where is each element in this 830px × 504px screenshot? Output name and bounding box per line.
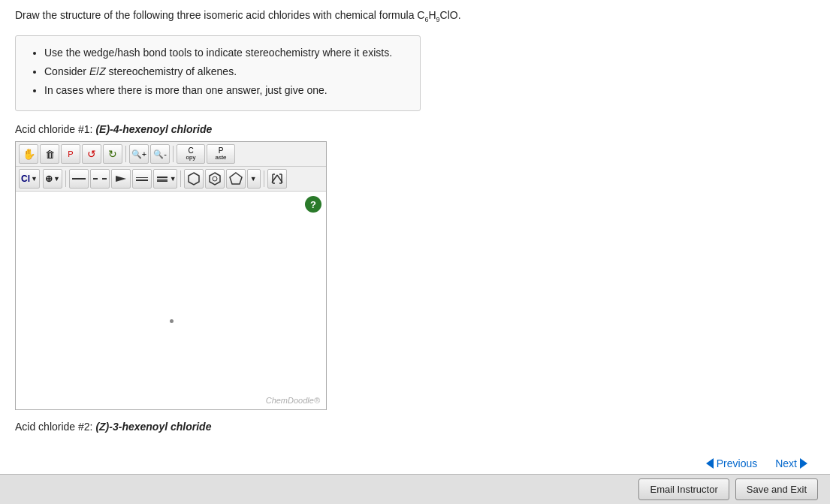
zoom-in-tool[interactable]: 🔍+ <box>129 144 149 164</box>
acid2-name: (Z)-3-hexenoyl chloride <box>95 421 211 433</box>
element-label: Cl <box>21 174 30 184</box>
wedge-bond-icon <box>116 176 126 182</box>
acid1-name: (E)-4-hexenoyl chloride <box>95 123 212 135</box>
instruction-text: Draw the structure of the following thre… <box>15 9 424 21</box>
lasso-tool[interactable]: P <box>61 144 80 164</box>
toolbar-row2: Cl ▼ ⊕ ▼ <box>16 167 326 192</box>
instruction-item-2: Consider E/Z stereochemistry of alkenes. <box>44 64 406 80</box>
svg-marker-1 <box>210 173 220 185</box>
dashed-bond-icon <box>93 178 107 180</box>
chain-separator <box>264 171 264 187</box>
cyclohexane-ring-tool[interactable] <box>205 169 225 189</box>
save-exit-button[interactable]: Save and Exit <box>735 478 818 500</box>
hand-tool[interactable] <box>19 144 38 164</box>
chem-editor-1: 🗑 P ↺ ↻ 🔍+ 🔍- C opy <box>15 141 327 410</box>
instructions-box: Use the wedge/hash bond tools to indicat… <box>15 35 421 111</box>
svg-point-2 <box>213 177 217 181</box>
drawing-canvas-1[interactable]: ? ChemDoodle® <box>16 192 326 409</box>
email-instructor-button[interactable]: Email Instructor <box>638 478 729 500</box>
acid2-prefix: Acid chloride #2: <box>15 421 93 433</box>
acid1-prefix: Acid chloride #1: <box>15 123 93 135</box>
next-chevron-icon <box>800 458 807 469</box>
bond-dropdown-arrow: ▼ <box>170 175 177 183</box>
hexagon-ring-tool[interactable] <box>184 169 204 189</box>
ring-dropdown-arrow: ▼ <box>250 175 257 183</box>
charge-dropdown-arrow: ▼ <box>53 175 60 183</box>
chemdoodle-watermark: ChemDoodle® <box>266 396 320 405</box>
email-instructor-label: Email Instructor <box>650 484 717 495</box>
next-label: Next <box>775 457 797 469</box>
next-button[interactable]: Next <box>768 453 815 474</box>
element-dropdown[interactable]: Cl ▼ <box>19 169 40 189</box>
acid1-label: Acid chloride #1: (E)-4-hexenoyl chlorid… <box>15 123 800 135</box>
formula-end: ClO. <box>440 9 461 21</box>
dashed-bond-tool[interactable] <box>90 169 110 189</box>
lasso-icon: P <box>68 149 73 158</box>
redo-icon: ↻ <box>108 148 117 160</box>
zoom-out-tool[interactable]: 🔍- <box>150 144 170 164</box>
redo-tool[interactable]: ↻ <box>103 144 122 164</box>
bond-separator <box>65 171 66 187</box>
zoom-out-icon: 🔍- <box>153 149 167 159</box>
paste-icon: P aste <box>215 146 226 161</box>
single-bond-icon <box>72 178 86 180</box>
formula-h: H <box>428 9 436 21</box>
single-bond-tool[interactable] <box>69 169 89 189</box>
chain-tool[interactable] <box>267 169 287 189</box>
main-content: Draw the structure of the following thre… <box>0 0 815 499</box>
instruction-item-1: Use the wedge/hash bond tools to indicat… <box>44 45 406 61</box>
hand-icon <box>23 148 35 160</box>
question-text: Draw the structure of the following thre… <box>15 8 800 25</box>
charge-icon: ⊕ <box>45 174 53 184</box>
pentagon-ring-icon <box>229 172 243 186</box>
svg-marker-0 <box>189 173 199 185</box>
paste-tool[interactable]: P aste <box>207 144 235 164</box>
canvas-dot <box>170 319 174 323</box>
ring-dropdown[interactable]: ▼ <box>247 169 261 189</box>
copy-icon: C opy <box>186 146 196 161</box>
bottom-bar: Email Instructor Save and Exit <box>0 474 830 504</box>
undo-tool[interactable]: ↺ <box>82 144 101 164</box>
svg-marker-3 <box>230 173 242 184</box>
bond-type-dropdown[interactable]: ▼ <box>153 169 177 189</box>
previous-chevron-icon <box>706 458 714 469</box>
double-bond-tool[interactable] <box>132 169 152 189</box>
charge-dropdown[interactable]: ⊕ ▼ <box>43 169 62 189</box>
previous-label: Previous <box>717 457 757 469</box>
erase-icon: 🗑 <box>45 149 55 160</box>
ring-separator <box>180 171 181 187</box>
toolbar-row1: 🗑 P ↺ ↻ 🔍+ 🔍- C opy <box>16 142 326 167</box>
wedge-bond-tool[interactable] <box>111 169 131 189</box>
toolbar-separator-1 <box>125 146 126 162</box>
element-dropdown-arrow: ▼ <box>31 175 38 183</box>
save-exit-label: Save and Exit <box>747 484 807 495</box>
previous-button[interactable]: Previous <box>699 453 765 474</box>
acid2-label: Acid chloride #2: (Z)-3-hexenoyl chlorid… <box>15 421 800 433</box>
double-bond-icon <box>136 177 148 181</box>
help-icon: ? <box>310 199 316 210</box>
instruction-item-3: In cases where there is more than one an… <box>44 83 406 98</box>
chain-icon <box>270 172 284 186</box>
zoom-in-icon: 🔍+ <box>131 149 146 159</box>
instructions-list: Use the wedge/hash bond tools to indicat… <box>29 45 406 98</box>
undo-icon: ↺ <box>87 148 96 160</box>
cyclohexane-ring-icon <box>208 172 222 186</box>
erase-tool[interactable]: 🗑 <box>40 144 59 164</box>
navigation-bar: Previous Next <box>699 453 815 474</box>
pentagon-ring-tool[interactable] <box>226 169 246 189</box>
help-button[interactable]: ? <box>305 196 321 213</box>
toolbar-separator-2 <box>173 146 174 162</box>
hexagon-ring-icon <box>187 172 201 186</box>
copy-tool[interactable]: C opy <box>177 144 205 164</box>
